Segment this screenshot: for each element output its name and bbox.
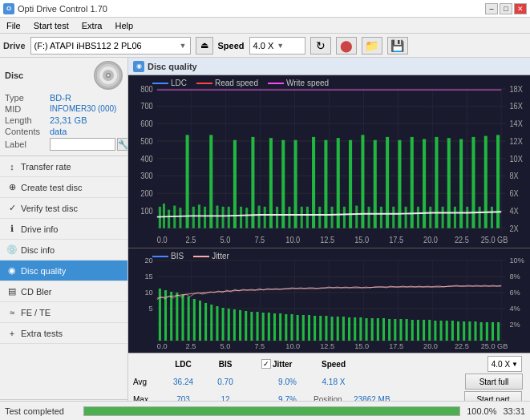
svg-text:2X: 2X bbox=[509, 224, 518, 233]
svg-rect-177 bbox=[331, 317, 334, 341]
svg-rect-75 bbox=[288, 207, 290, 228]
minimize-button[interactable]: – bbox=[485, 3, 498, 14]
svg-rect-86 bbox=[355, 206, 358, 228]
svg-rect-158 bbox=[222, 308, 225, 341]
content-area: ◉ Disc quality LDC Read speed bbox=[128, 58, 530, 420]
save-button[interactable]: 💾 bbox=[387, 37, 408, 55]
svg-rect-157 bbox=[216, 306, 218, 341]
sidebar-item-extra-tests[interactable]: + Extra tests bbox=[0, 323, 127, 344]
svg-text:300: 300 bbox=[140, 171, 153, 180]
svg-rect-95 bbox=[411, 137, 414, 228]
create-disc-label: Create test disc bbox=[21, 183, 82, 192]
extra-tests-label: Extra tests bbox=[21, 329, 63, 338]
chart-legend-bottom: BIS Jitter bbox=[128, 250, 530, 260]
svg-rect-100 bbox=[442, 207, 444, 228]
svg-rect-54 bbox=[163, 204, 165, 228]
sidebar-item-cd-bler[interactable]: ▤ CD Bler bbox=[0, 281, 127, 302]
svg-rect-92 bbox=[392, 207, 394, 228]
settings-button1[interactable]: ⬤ bbox=[336, 37, 357, 55]
svg-rect-80 bbox=[318, 207, 321, 228]
svg-rect-68 bbox=[245, 208, 248, 228]
svg-rect-65 bbox=[228, 207, 230, 228]
svg-rect-62 bbox=[209, 135, 212, 228]
svg-rect-109 bbox=[496, 135, 500, 228]
svg-rect-101 bbox=[447, 138, 451, 228]
menu-help[interactable]: Help bbox=[111, 20, 136, 31]
sidebar-item-disc-quality[interactable]: ◉ Disc quality bbox=[0, 260, 127, 281]
svg-rect-93 bbox=[398, 140, 401, 228]
menu-extra[interactable]: Extra bbox=[79, 20, 106, 31]
progress-bar-fill bbox=[84, 407, 459, 415]
disc-panel: Disc Type BD-R MID INFOMER30 (000) bbox=[0, 58, 127, 156]
svg-rect-97 bbox=[423, 139, 426, 228]
maximize-button[interactable]: □ bbox=[500, 3, 512, 14]
contents-label: Contents bbox=[5, 127, 50, 136]
svg-text:15.0: 15.0 bbox=[354, 235, 369, 244]
legend-jitter-line bbox=[193, 256, 209, 257]
svg-text:0.0: 0.0 bbox=[157, 342, 168, 350]
svg-rect-201 bbox=[468, 321, 471, 341]
svg-rect-167 bbox=[273, 313, 276, 341]
status-text: Test completed bbox=[5, 406, 77, 416]
disc-mid-row: MID INFOMER30 (000) bbox=[5, 104, 123, 114]
svg-rect-198 bbox=[451, 321, 454, 341]
app-icon: O bbox=[3, 3, 14, 14]
svg-text:7.5: 7.5 bbox=[254, 235, 265, 244]
settings-icon: ⬤ bbox=[340, 39, 353, 52]
menu-file[interactable]: File bbox=[3, 20, 24, 31]
svg-text:5.0: 5.0 bbox=[220, 342, 231, 350]
svg-rect-181 bbox=[354, 317, 356, 341]
svg-rect-64 bbox=[222, 207, 225, 228]
svg-rect-196 bbox=[440, 321, 443, 341]
svg-text:8%: 8% bbox=[509, 273, 520, 281]
svg-rect-103 bbox=[459, 139, 463, 228]
mid-label: MID bbox=[5, 104, 50, 114]
start-full-button[interactable]: Start full bbox=[465, 374, 523, 390]
label-edit-button[interactable]: 🔧 bbox=[117, 138, 128, 151]
svg-text:25.0 GB: 25.0 GB bbox=[481, 235, 508, 244]
svg-rect-184 bbox=[371, 318, 374, 341]
sidebar-item-verify-test-disc[interactable]: ✓ Verify test disc bbox=[0, 198, 127, 219]
svg-rect-149 bbox=[170, 292, 172, 341]
avg-bis: 0.70 bbox=[205, 378, 245, 386]
type-value: BD-R bbox=[50, 93, 71, 103]
legend-read-label: Read speed bbox=[215, 79, 258, 87]
jitter-checkbox[interactable]: ✓ bbox=[261, 359, 271, 369]
sidebar-item-disc-info[interactable]: 💿 Disc info bbox=[0, 240, 127, 260]
svg-rect-153 bbox=[193, 299, 196, 341]
menu-starttest[interactable]: Start test bbox=[30, 20, 72, 31]
drive-info-label: Drive info bbox=[21, 224, 58, 234]
svg-rect-107 bbox=[484, 136, 488, 228]
eject-icon: ⏏ bbox=[200, 40, 208, 50]
chart-bottom-svg: 20 15 10 5 10% 8% 6% 4% 2% 0.0 2.5 5.0 7… bbox=[128, 248, 530, 353]
extra-tests-icon: + bbox=[6, 328, 18, 339]
legend-read-speed: Read speed bbox=[196, 79, 258, 87]
main-layout: Disc Type BD-R MID INFOMER30 (000) bbox=[0, 58, 530, 420]
titlebar-controls: – □ ✕ bbox=[485, 3, 527, 14]
sidebar-item-fe-te[interactable]: ≈ FE / TE bbox=[0, 302, 127, 323]
verify-disc-label: Verify test disc bbox=[21, 204, 78, 213]
settings-button2[interactable]: 📁 bbox=[362, 37, 382, 55]
svg-rect-192 bbox=[417, 320, 419, 341]
svg-text:25.0 GB: 25.0 GB bbox=[481, 342, 508, 350]
svg-rect-96 bbox=[417, 207, 419, 228]
eject-button[interactable]: ⏏ bbox=[196, 37, 213, 55]
drive-info-icon: ℹ bbox=[6, 224, 18, 235]
drive-selector[interactable]: (F:) ATAPI iHBS112 2 PL06 ▼ bbox=[30, 37, 191, 55]
label-input[interactable] bbox=[50, 138, 115, 151]
svg-rect-156 bbox=[210, 305, 212, 341]
svg-rect-204 bbox=[486, 322, 488, 341]
svg-rect-194 bbox=[428, 320, 431, 341]
close-button[interactable]: ✕ bbox=[514, 3, 527, 14]
speed-selector[interactable]: 4.0 X ▼ bbox=[249, 37, 305, 55]
svg-rect-172 bbox=[302, 315, 305, 341]
sidebar-item-transfer-rate[interactable]: ↕ Transfer rate bbox=[0, 156, 127, 177]
sidebar-item-create-test-disc[interactable]: ⊕ Create test disc bbox=[0, 177, 127, 198]
svg-text:2%: 2% bbox=[509, 321, 520, 329]
svg-rect-161 bbox=[239, 310, 241, 341]
refresh-button[interactable]: ↻ bbox=[310, 37, 331, 55]
sidebar-item-drive-info[interactable]: ℹ Drive info bbox=[0, 219, 127, 240]
svg-rect-152 bbox=[188, 297, 190, 341]
speed-selector-stats[interactable]: 4.0 X ▼ bbox=[488, 356, 522, 372]
svg-rect-206 bbox=[497, 322, 500, 341]
